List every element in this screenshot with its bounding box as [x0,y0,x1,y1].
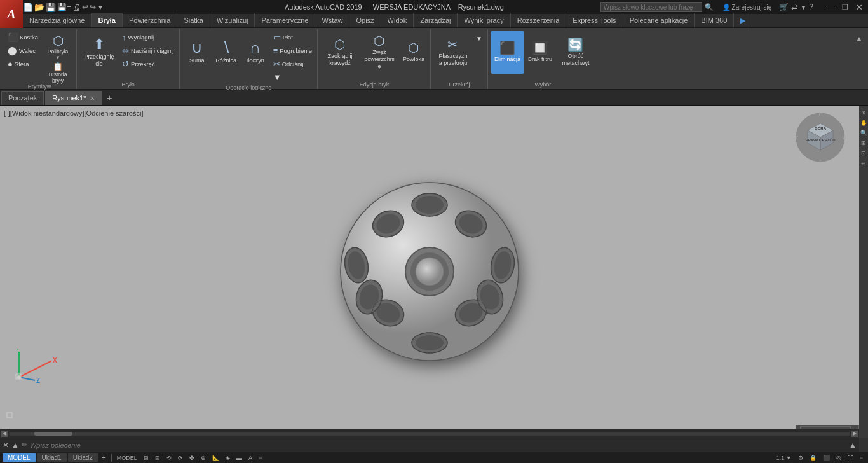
sign-in-btn[interactable]: 👤 Zarejestruj się [722,4,772,11]
btn-brak-filtru[interactable]: 🔲 Brak filtru [525,31,555,74]
hscroll-left-btn[interactable]: ◀ [1,431,8,437]
status-tp-btn[interactable]: A [246,454,255,462]
tab-siatka[interactable]: Siatka [177,13,210,27]
btn-zwez[interactable]: ⬡ Zwęź powierzchnię [360,31,398,74]
btn-plaszczyzna[interactable]: ✂ Płaszczyzna przekroju [434,31,472,74]
status-ducs-btn[interactable]: 📐 [210,454,222,462]
search-icon[interactable]: 🔍 [705,3,714,11]
tab-polecane[interactable]: Polecane aplikacje [623,13,695,27]
tab-express[interactable]: Express Tools [566,13,623,27]
tab-opisz[interactable]: Opisz [349,13,381,27]
qa-saveas[interactable]: 💾+ [57,3,71,11]
tab-zarzadzaj[interactable]: Zarządzaj [414,13,458,27]
tab-wyniki[interactable]: Wyniki pracy [458,13,510,27]
status-customize-btn[interactable]: ≡ [857,454,865,462]
qa-print[interactable]: 🖨 [72,3,81,12]
status-lw-btn[interactable]: ▬ [234,454,245,462]
tab-wizualizuj[interactable]: Wizualizuj [210,13,255,27]
btn-plat[interactable]: ▭ Płat [271,31,315,43]
statusbar-model-tab[interactable]: MODEL [3,453,36,462]
help-icon[interactable]: ? [809,3,813,11]
tab-more[interactable]: ▶ [734,13,752,27]
minimize-btn[interactable]: — [824,3,837,12]
tab-poczatek[interactable]: Początek [1,91,44,105]
search-input[interactable] [600,2,702,12]
btn-eliminacja[interactable]: ⬛ Eliminacja [491,31,524,74]
btn-nacisnij[interactable]: ⇔ Naciśnij i ciągnij [119,44,177,57]
status-model-text[interactable]: MODEL [114,454,140,462]
btn-sfera[interactable]: ● Sfera [5,57,41,70]
tab-wstaw[interactable]: Wstaw [315,13,349,27]
cmdline-input[interactable] [30,441,846,449]
tab-new-btn[interactable]: + [103,92,116,104]
btn-pogrubienie[interactable]: ≡ Pogrubienie [271,44,315,57]
statusbar-layout1-tab[interactable]: Układ1 [37,453,67,462]
status-fullscreen-btn[interactable]: ⛶ [845,454,856,462]
btn-przekroj-more[interactable]: ▼ [473,32,485,45]
hscroll-right-btn[interactable]: ▶ [851,431,858,437]
status-workspace-btn[interactable]: ⚙ [796,454,806,462]
app-button[interactable]: A [0,0,23,28]
cmdline-up-btn[interactable]: ▲ [11,441,19,450]
btn-powloka[interactable]: ⬡ Powłoka [400,31,428,74]
btn-obroc[interactable]: 🔄 Obróć metachwyt [557,31,595,74]
qa-save[interactable]: 💾 [46,3,56,12]
btn-iloczyn[interactable]: ∩ Iloczyn [241,31,269,74]
vc-back-btn[interactable]: ↩ [859,159,868,168]
btn-przeciagniecie[interactable]: ⬆ Przeciągnięcie [80,31,118,74]
btn-kostka[interactable]: ⬛ Kostka [5,31,41,43]
vc-zoom-btn[interactable]: 🔍 [859,128,868,137]
status-ortho-btn[interactable]: ⟲ [164,454,174,462]
status-hardware-btn[interactable]: ⬛ [820,454,832,462]
vc-extent-btn[interactable]: ⊡ [859,149,868,158]
status-polar-btn[interactable]: ⟳ [175,454,186,462]
navcube[interactable]: GÓRA PRZÓD PRAWO P W T Z [794,111,848,165]
tab-parametryczne[interactable]: Parametryczne [255,13,315,27]
qa-dropdown[interactable]: ▼ [97,4,104,11]
status-isolate-btn[interactable]: ◎ [834,454,844,462]
btn-polibryła[interactable]: ⬡ Polibryła ▼ [42,31,74,62]
cmdline-scroll-up[interactable]: ▲ [849,441,857,450]
btn-odcisnij[interactable]: ✂ Odciśnij [271,57,315,70]
btn-walec[interactable]: ⬤ Walec [5,44,41,57]
status-annotation-btn[interactable]: 1:1 ▼ [774,454,794,462]
exchange-icon[interactable]: ⇄ [791,3,797,11]
vc-orbit-btn[interactable]: ⊕ [859,108,868,117]
tab-powierzchnia[interactable]: Powierzchnia [123,13,177,27]
tab-bim360[interactable]: BIM 360 [695,13,734,27]
dropdown-icon[interactable]: ▼ [800,4,806,11]
status-lock-btn[interactable]: 🔒 [807,454,819,462]
qa-redo[interactable]: ↪ [90,3,96,11]
cmdline-close-btn[interactable]: ✕ [3,441,9,450]
tab-widok[interactable]: Widok [381,13,414,27]
ribbon-collapse-btn[interactable]: ▲ [853,32,865,46]
status-snap-btn[interactable]: ⊟ [153,454,163,462]
vc-pan-btn[interactable]: ✋ [859,118,868,127]
tab-close-btn[interactable]: ✕ [90,95,95,102]
status-grid-btn[interactable]: ⊞ [141,454,151,462]
tab-narzedzia[interactable]: Narzędzia główne [23,13,92,27]
vc-zoomwindow-btn[interactable]: ⊞ [859,139,868,148]
btn-historia[interactable]: 📋 Historia bryły [42,63,74,82]
btn-zaokraglij[interactable]: ⬡ Zaokrąglij krawędź [321,31,359,74]
status-otrack-btn[interactable]: ⊕ [198,454,208,462]
btn-wyciagnij[interactable]: ↑ Wyciągnij [119,31,177,43]
qa-undo[interactable]: ↩ [82,3,88,11]
btn-roznica[interactable]: ∖ Różnica [212,31,240,74]
status-dyn-btn[interactable]: ◈ [223,454,233,462]
status-sel-btn[interactable]: ≡ [256,454,264,462]
statusbar-layout2-tab[interactable]: Układ2 [68,453,98,462]
statusbar-add-layout-btn[interactable]: + [99,453,109,462]
tab-rozszerzenia[interactable]: Rozszerzenia [511,13,567,27]
restore-btn[interactable]: ❐ [839,3,851,11]
btn-operacje-more[interactable]: ▼ [271,71,315,83]
qa-open[interactable]: 📂 [34,3,44,12]
close-btn[interactable]: ✕ [853,3,865,12]
tab-rysunek1[interactable]: Rysunek1* ✕ [45,91,102,105]
canvas-area[interactable] [0,106,859,438]
cart-icon[interactable]: 🛒 [779,3,789,11]
btn-przekrec[interactable]: ↺ Przekręć [119,57,177,70]
status-osnap-btn[interactable]: ✤ [187,454,197,462]
qa-new[interactable]: 📄 [23,3,33,12]
tab-bryla[interactable]: Bryła [92,13,123,27]
